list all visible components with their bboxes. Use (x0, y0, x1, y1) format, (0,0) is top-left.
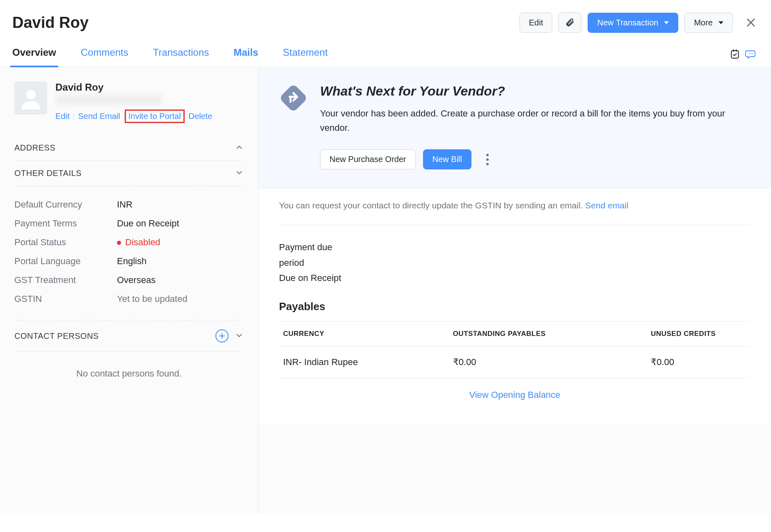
col-currency: CURRENCY (279, 321, 449, 346)
header-actions: Edit New Transaction More (519, 12, 759, 33)
detail-label: GST Treatment (14, 275, 117, 285)
col-unused: UNUSED CREDITS (647, 321, 750, 346)
svg-rect-9 (279, 84, 308, 112)
contact-edit-link[interactable]: Edit (55, 112, 73, 121)
close-icon (745, 17, 757, 28)
contact-persons-accordion: CONTACT PERSONS (14, 320, 244, 352)
cell-outstanding: ₹0.00 (449, 346, 647, 378)
chevron-down-icon[interactable] (235, 331, 244, 341)
detail-label: Payment Terms (14, 218, 117, 229)
detail-gst-treatment: GST Treatment Overseas (14, 271, 244, 290)
detail-value: INR (117, 199, 133, 210)
gst-notice-text: You can request your contact to directly… (279, 201, 585, 210)
main-content: What's Next for Your Vendor? Your vendor… (259, 67, 771, 513)
page-title: David Roy (12, 14, 519, 32)
detail-default-currency: Default Currency INR (14, 195, 244, 214)
dot-icon (486, 158, 489, 161)
chat-icon[interactable] (745, 49, 757, 59)
tab-mails[interactable]: Mails (231, 41, 260, 67)
dot-icon (486, 154, 489, 156)
detail-portal-status: Portal Status Disabled (14, 233, 244, 252)
tab-bar: Overview Comments Transactions Mails Sta… (0, 41, 771, 67)
chevron-down-icon (235, 168, 244, 178)
detail-gstin: GSTIN Yet to be updated (14, 290, 244, 308)
new-po-label: New Purchase Order (329, 155, 406, 164)
new-purchase-order-button[interactable]: New Purchase Order (320, 149, 416, 169)
address-accordion[interactable]: ADDRESS (14, 135, 244, 161)
more-button[interactable]: More (684, 13, 733, 33)
whats-next-banner: What's Next for Your Vendor? Your vendor… (259, 67, 771, 188)
banner-more-menu[interactable] (483, 151, 492, 169)
tab-bar-right (730, 49, 761, 59)
contact-delete-link[interactable]: Delete (185, 112, 217, 121)
details-list: Default Currency INR Payment Terms Due o… (14, 186, 244, 320)
gst-notice: You can request your contact to directly… (279, 201, 750, 225)
gst-send-email-link[interactable]: Send email (585, 201, 628, 210)
dot-icon (486, 163, 489, 165)
no-contact-persons-text: No contact persons found. (14, 352, 244, 395)
detail-portal-language: Portal Language English (14, 252, 244, 271)
detail-value: Overseas (117, 275, 156, 285)
banner-content: What's Next for Your Vendor? Your vendor… (320, 84, 750, 169)
edit-button[interactable]: Edit (519, 13, 552, 33)
add-contact-person-button[interactable] (215, 329, 229, 342)
banner-icon-wrap (279, 84, 308, 169)
payment-due-line3: Due on Receipt (279, 270, 750, 285)
detail-label: GSTIN (14, 294, 117, 304)
other-details-accordion[interactable]: OTHER DETAILS (14, 161, 244, 186)
payables-table: CURRENCY OUTSTANDING PAYABLES UNUSED CRE… (279, 321, 750, 378)
table-row: INR- Indian Rupee ₹0.00 ₹0.00 (279, 346, 750, 378)
detail-value: Yet to be updated (117, 294, 188, 304)
attachment-button[interactable] (558, 12, 581, 33)
banner-title: What's Next for Your Vendor? (320, 84, 750, 99)
status-dot-icon (117, 241, 121, 245)
sidebar: David Roy Edit Send Email Invite to Port… (0, 67, 259, 513)
payment-due-line1: Payment due (279, 240, 750, 255)
tab-comments[interactable]: Comments (79, 41, 130, 67)
new-transaction-label: New Transaction (597, 18, 658, 27)
new-bill-label: New Bill (432, 155, 462, 164)
detail-label: Default Currency (14, 199, 117, 210)
detail-payment-terms: Payment Terms Due on Receipt (14, 214, 244, 233)
svg-point-3 (749, 53, 750, 54)
chevron-up-icon (235, 143, 244, 153)
paperclip-icon (565, 18, 574, 27)
detail-label: Portal Status (14, 237, 117, 248)
svg-point-4 (750, 53, 751, 54)
contact-name: David Roy (55, 82, 216, 93)
table-header-row: CURRENCY OUTSTANDING PAYABLES UNUSED CRE… (279, 321, 750, 346)
banner-text: Your vendor has been added. Create a pur… (320, 106, 730, 135)
invite-portal-highlight: Invite to Portal (125, 110, 185, 123)
close-button[interactable] (743, 15, 759, 30)
new-transaction-button[interactable]: New Transaction (588, 13, 678, 33)
plus-icon (218, 332, 226, 340)
tab-statement[interactable]: Statement (281, 41, 329, 67)
cell-currency: INR- Indian Rupee (279, 346, 449, 378)
avatar-icon (20, 87, 42, 110)
portal-status-text: Disabled (125, 237, 160, 247)
col-outstanding: OUTSTANDING PAYABLES (449, 321, 647, 346)
contact-action-links: Edit Send Email Invite to Portal Delete (55, 110, 216, 123)
tab-overview[interactable]: Overview (10, 41, 58, 67)
detail-label: Portal Language (14, 256, 117, 267)
page-header: David Roy Edit New Transaction More (0, 0, 771, 41)
banner-actions: New Purchase Order New Bill (320, 149, 750, 169)
page-body: David Roy Edit Send Email Invite to Port… (0, 67, 771, 513)
detail-value: Due on Receipt (117, 218, 179, 229)
tab-transactions[interactable]: Transactions (151, 41, 211, 67)
avatar (14, 82, 47, 114)
contact-send-email-link[interactable]: Send Email (74, 112, 124, 121)
edit-button-label: Edit (529, 18, 543, 27)
svg-point-5 (752, 53, 753, 54)
payment-due-block: Payment due period Due on Receipt (279, 225, 750, 290)
task-icon[interactable] (730, 49, 740, 59)
view-opening-balance-link[interactable]: View Opening Balance (469, 390, 560, 400)
contact-email-redacted (55, 95, 162, 105)
address-title: ADDRESS (14, 143, 55, 153)
payment-due-line2: period (279, 255, 750, 270)
detail-value: English (117, 256, 146, 267)
cell-unused: ₹0.00 (647, 346, 750, 378)
new-bill-button[interactable]: New Bill (423, 149, 471, 169)
more-button-label: More (694, 18, 713, 27)
contact-invite-portal-link[interactable]: Invite to Portal (128, 112, 181, 121)
